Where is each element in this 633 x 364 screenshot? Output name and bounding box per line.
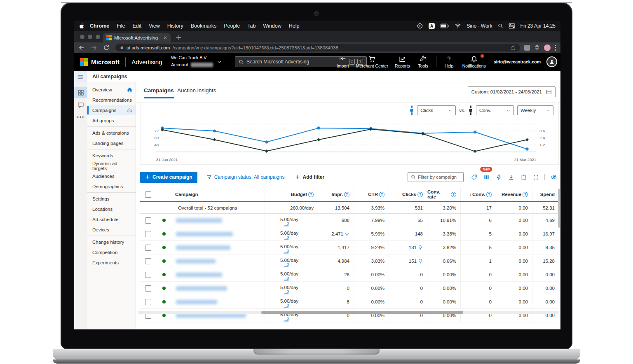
header-spend[interactable]: Spend <box>532 187 559 201</box>
header-conv[interactable]: Conv. <box>460 187 496 201</box>
campaign-name-redacted[interactable] <box>176 232 233 236</box>
bookmark-star-icon[interactable] <box>510 45 516 51</box>
window-minimize-button[interactable] <box>88 35 92 39</box>
campaign-name-redacted[interactable] <box>176 300 217 304</box>
horizontal-scrollbar[interactable] <box>138 311 559 314</box>
url-bar[interactable]: ui.ads.microsoft.com /campaign/vnext/cam… <box>115 44 520 51</box>
help-icon[interactable] <box>451 192 456 197</box>
tab-auction-insights[interactable]: Auction insights <box>177 87 216 97</box>
menubar-item-file[interactable]: File <box>113 23 129 29</box>
user-avatar[interactable] <box>546 56 557 67</box>
chevron-down-icon[interactable] <box>217 59 222 65</box>
header-nav-notifications[interactable]: Notifications <box>460 53 488 71</box>
help-icon[interactable] <box>523 192 528 197</box>
idea-bulb-icon[interactable] <box>418 259 423 264</box>
menubar-clock[interactable]: Fri 23 Apr 14:25 <box>520 23 556 29</box>
menubar-item-history[interactable]: History <box>164 23 187 29</box>
screen-record-icon[interactable] <box>417 23 423 29</box>
trend-up-icon[interactable] <box>283 222 289 227</box>
window-close-button[interactable] <box>80 35 84 39</box>
hide-preview-icon-button[interactable] <box>548 172 559 182</box>
menubar-item-help[interactable]: Help <box>285 23 303 29</box>
header-nav-merchant-center[interactable]: Merchant Center <box>354 53 390 71</box>
browser-profile-avatar[interactable] <box>544 44 551 51</box>
header-nav-tools[interactable]: Tools <box>415 53 432 71</box>
trend-up-icon[interactable] <box>283 304 289 308</box>
new-tab-icon[interactable] <box>176 34 182 41</box>
filter-by-campaign[interactable] <box>408 172 464 182</box>
trend-up-icon[interactable] <box>283 250 289 254</box>
extension-icon[interactable] <box>524 45 530 51</box>
trend-up-icon[interactable] <box>283 290 289 295</box>
sidebar-item-competition[interactable]: Competition <box>87 247 136 257</box>
sidebar-item-locations[interactable]: Locations <box>87 204 136 214</box>
filter-campaign-input[interactable] <box>418 175 460 180</box>
sidebar-item-experiments[interactable]: Experiments <box>87 257 136 268</box>
menubar-item-view[interactable]: View <box>145 23 164 29</box>
tab-close-icon[interactable]: ✕ <box>163 35 167 40</box>
idea-bulb-icon[interactable] <box>345 231 349 236</box>
campaign-name-redacted[interactable] <box>176 273 222 277</box>
sidebar-item-overview[interactable]: Overview <box>87 84 136 95</box>
header-nav-import[interactable]: Import <box>334 53 352 71</box>
row-checkbox[interactable] <box>145 285 151 292</box>
create-campaign-button[interactable]: Create campaign <box>140 172 197 183</box>
menubar-item-tab[interactable]: Tab <box>244 23 259 29</box>
metric1-select[interactable]: Clicks <box>417 105 456 115</box>
profile-name[interactable]: Sirio - Work <box>467 23 492 29</box>
input-source-icon[interactable]: A <box>429 23 435 29</box>
header-campaign[interactable]: Campaign <box>140 187 265 201</box>
tab-campaigns[interactable]: Campaigns <box>144 87 174 98</box>
battery-icon[interactable] <box>440 23 449 29</box>
sidebar-item-devices[interactable]: Devices <box>87 224 136 235</box>
trend-up-icon[interactable] <box>283 317 289 322</box>
header-nav-reports[interactable]: Reports <box>393 53 412 71</box>
menubar-item-edit[interactable]: Edit <box>129 23 145 29</box>
sidebar-item-settings[interactable]: Settings <box>87 194 136 204</box>
header-revenue[interactable]: Revenue <box>496 187 532 201</box>
trend-up-icon[interactable] <box>283 236 289 240</box>
select-all-checkbox[interactable] <box>145 191 151 198</box>
vertical-scrollbar[interactable] <box>558 189 560 228</box>
header-conv-rate[interactable]: Conv. rate <box>427 187 460 201</box>
header-impr[interactable]: Impr. <box>318 187 354 201</box>
global-search-input[interactable] <box>246 59 347 65</box>
metric2-select[interactable]: Conv. <box>476 105 514 115</box>
help-icon[interactable] <box>308 192 314 197</box>
row-checkbox[interactable] <box>145 245 151 251</box>
user-email[interactable]: sirio@wecantrack.com <box>494 59 541 64</box>
forward-icon[interactable] <box>91 44 97 51</box>
sidebar-item-ad-groups[interactable]: Ad groups <box>87 115 136 126</box>
tags-icon-button[interactable] <box>469 172 479 182</box>
campaign-name-redacted[interactable] <box>176 313 246 318</box>
menubar-app-name[interactable]: Chrome <box>86 23 113 29</box>
campaign-name-redacted[interactable] <box>176 286 227 291</box>
trend-up-icon[interactable] <box>283 263 289 268</box>
trend-up-icon[interactable] <box>283 277 289 281</box>
row-checkbox[interactable] <box>145 272 151 278</box>
date-range-picker[interactable]: Custom: 01/02/2021 - 24/03/2021 <box>468 86 556 97</box>
help-icon[interactable] <box>344 192 349 197</box>
help-icon[interactable] <box>379 192 384 197</box>
control-center-icon[interactable] <box>509 23 515 29</box>
campaign-name-redacted[interactable] <box>176 245 230 250</box>
row-checkbox[interactable] <box>145 231 151 237</box>
scrollbar-thumb[interactable] <box>261 311 463 314</box>
sidebar-item-recommendations[interactable]: Recommendations <box>87 95 136 105</box>
clipboard-icon-button[interactable] <box>518 172 529 182</box>
download-icon-button[interactable] <box>506 172 516 182</box>
hamburger-icon[interactable] <box>74 71 87 82</box>
puzzle-icon[interactable] <box>534 45 540 51</box>
menubar-item-bookmarks[interactable]: Bookmarks <box>187 23 220 29</box>
row-checkbox[interactable] <box>145 217 151 224</box>
apple-icon[interactable] <box>79 23 84 29</box>
help-icon[interactable] <box>417 192 423 197</box>
spotlight-icon[interactable] <box>498 23 503 29</box>
expand-icon-button[interactable] <box>530 172 541 182</box>
window-zoom-button[interactable] <box>96 35 100 39</box>
header-nav-help[interactable]: Help <box>441 53 458 71</box>
browser-tab[interactable]: Microsoft Advertising ✕ <box>103 33 171 42</box>
sidebar-item-ad-schedule[interactable]: Ad schedule <box>87 214 136 224</box>
menubar-item-window[interactable]: Window <box>259 23 285 29</box>
rail-feedback-icon[interactable] <box>74 100 87 110</box>
